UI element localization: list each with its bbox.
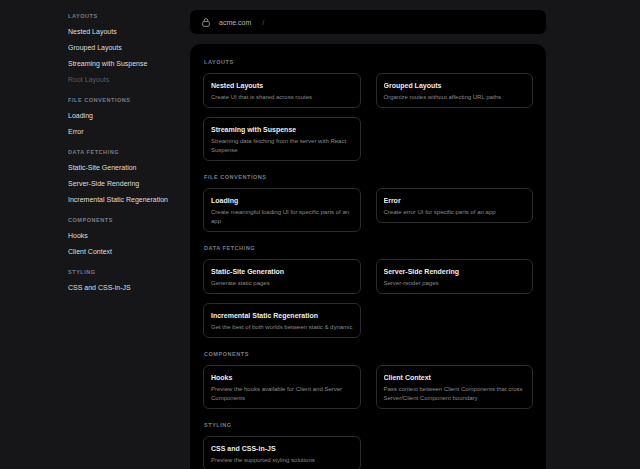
card-grouped-layouts[interactable]: Grouped LayoutsOrganize routes without a… — [376, 73, 534, 108]
card-grid: CSS and CSS-in-JSPreview the supported s… — [203, 436, 533, 469]
sidebar-item-error[interactable]: Error — [68, 124, 186, 140]
sidebar-section-label: DATA FETCHING — [68, 144, 186, 160]
sidebar-section-file-conventions: FILE CONVENTIONSLoadingError — [68, 92, 186, 140]
card-description: Organize routes without affecting URL pa… — [384, 93, 526, 102]
card-error[interactable]: ErrorCreate error UI for specific parts … — [376, 188, 534, 223]
card-description: Server-render pages — [384, 279, 526, 288]
sidebar-item-hooks[interactable]: Hooks — [68, 228, 186, 244]
card-title: Hooks — [211, 372, 353, 383]
card-title: Client Context — [384, 372, 526, 383]
sidebar-item-streaming-with-suspense[interactable]: Streaming with Suspense — [68, 56, 186, 72]
address-domain: acme.com — [219, 19, 251, 26]
section-label: COMPONENTS — [204, 350, 532, 359]
card-title: Incremental Static Regeneration — [211, 310, 353, 321]
sidebar-section-label: STYLING — [68, 264, 186, 280]
sidebar-item-root-layouts: Root Layouts — [68, 72, 186, 88]
sidebar-item-static-site-generation[interactable]: Static-Site Generation — [68, 160, 186, 176]
card-title: Nested Layouts — [211, 80, 353, 91]
card-description: Preview the hooks available for Client a… — [211, 385, 353, 403]
card-section-components: COMPONENTSHooksPreview the hooks availab… — [203, 350, 533, 409]
card-static-site-generation[interactable]: Static-Site GenerationGenerate static pa… — [203, 259, 361, 294]
card-title: Server-Side Rendering — [384, 266, 526, 277]
sidebar-section-label: LAYOUTS — [68, 8, 186, 24]
card-section-data-fetching: DATA FETCHINGStatic-Site GenerationGener… — [203, 244, 533, 338]
card-title: Error — [384, 195, 526, 206]
card-server-side-rendering[interactable]: Server-Side RenderingServer-render pages — [376, 259, 534, 294]
sidebar-item-loading[interactable]: Loading — [68, 108, 186, 124]
card-section-file-conventions: FILE CONVENTIONSLoadingCreate meaningful… — [203, 173, 533, 232]
lock-icon — [202, 18, 210, 27]
card-section-styling: STYLINGCSS and CSS-in-JSPreview the supp… — [203, 421, 533, 469]
section-label: FILE CONVENTIONS — [204, 173, 532, 182]
card-client-context[interactable]: Client ContextPass context between Clien… — [376, 365, 534, 409]
card-nested-layouts[interactable]: Nested LayoutsCreate UI that is shared a… — [203, 73, 361, 108]
card-incremental-static-regeneration[interactable]: Incremental Static RegenerationGet the b… — [203, 303, 361, 338]
card-grid: Nested LayoutsCreate UI that is shared a… — [203, 73, 533, 161]
sidebar-item-grouped-layouts[interactable]: Grouped Layouts — [68, 40, 186, 56]
card-description: Preview the supported styling solutions — [211, 456, 353, 465]
address-path: / — [262, 19, 264, 26]
card-description: Get the best of both worlds between stat… — [211, 323, 353, 332]
section-label: DATA FETCHING — [204, 244, 532, 253]
card-description: Create error UI for specific parts of an… — [384, 208, 526, 217]
card-streaming-with-suspense[interactable]: Streaming with SuspenseStreaming data fe… — [203, 117, 361, 161]
sidebar-item-incremental-static-regeneration[interactable]: Incremental Static Regeneration — [68, 192, 186, 208]
sidebar: LAYOUTSNested LayoutsGrouped LayoutsStre… — [68, 8, 186, 296]
card-hooks[interactable]: HooksPreview the hooks available for Cli… — [203, 365, 361, 409]
card-description: Streaming data fetching from the server … — [211, 137, 353, 155]
sidebar-section-components: COMPONENTSHooksClient Context — [68, 212, 186, 260]
card-section-layouts: LAYOUTSNested LayoutsCreate UI that is s… — [203, 58, 533, 161]
section-label: LAYOUTS — [204, 58, 532, 67]
card-description: Create UI that is shared across routes — [211, 93, 353, 102]
sidebar-section-layouts: LAYOUTSNested LayoutsGrouped LayoutsStre… — [68, 8, 186, 88]
sidebar-item-client-context[interactable]: Client Context — [68, 244, 186, 260]
section-label: STYLING — [204, 421, 532, 430]
card-title: CSS and CSS-in-JS — [211, 443, 353, 454]
sidebar-section-label: COMPONENTS — [68, 212, 186, 228]
card-grid: Static-Site GenerationGenerate static pa… — [203, 259, 533, 338]
card-loading[interactable]: LoadingCreate meaningful loading UI for … — [203, 188, 361, 232]
sidebar-section-data-fetching: DATA FETCHINGStatic-Site GenerationServe… — [68, 144, 186, 208]
card-title: Static-Site Generation — [211, 266, 353, 277]
card-description: Generate static pages — [211, 279, 353, 288]
sidebar-item-css-and-css-in-js[interactable]: CSS and CSS-in-JS — [68, 280, 186, 296]
sidebar-section-styling: STYLINGCSS and CSS-in-JS — [68, 264, 186, 296]
card-grid: LoadingCreate meaningful loading UI for … — [203, 188, 533, 232]
address-bar[interactable]: acme.com / — [190, 10, 546, 34]
content-panel: LAYOUTSNested LayoutsCreate UI that is s… — [190, 44, 546, 469]
sidebar-section-label: FILE CONVENTIONS — [68, 92, 186, 108]
sidebar-item-server-side-rendering[interactable]: Server-Side Rendering — [68, 176, 186, 192]
card-description: Create meaningful loading UI for specifi… — [211, 208, 353, 226]
card-grid: HooksPreview the hooks available for Cli… — [203, 365, 533, 409]
card-css-and-css-in-js[interactable]: CSS and CSS-in-JSPreview the supported s… — [203, 436, 361, 469]
card-title: Loading — [211, 195, 353, 206]
card-description: Pass context between Client Components t… — [384, 385, 526, 403]
card-title: Grouped Layouts — [384, 80, 526, 91]
sidebar-item-nested-layouts[interactable]: Nested Layouts — [68, 24, 186, 40]
card-title: Streaming with Suspense — [211, 124, 353, 135]
